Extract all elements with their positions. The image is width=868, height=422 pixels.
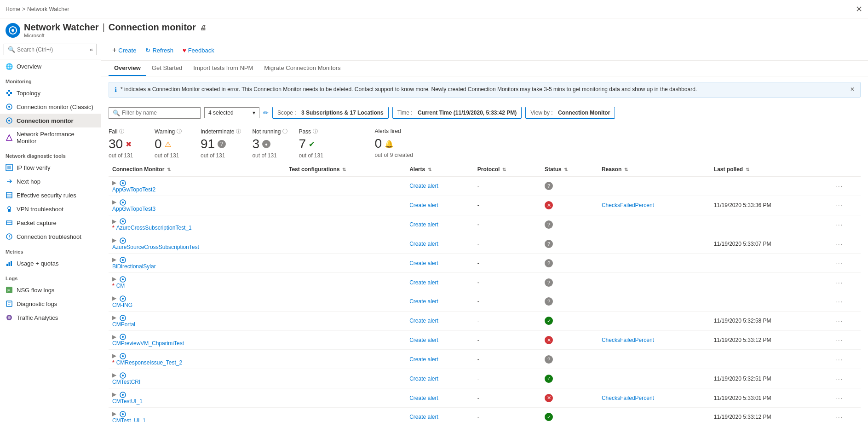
sidebar-item-vpn[interactable]: VPN troubleshoot [0,202,101,216]
edit-icon[interactable]: ✏ [263,109,269,116]
row-expand-button[interactable]: ▶ [112,179,116,186]
row-expand-button[interactable]: ▶ [112,314,116,321]
feedback-button[interactable]: ♥ Feedback [179,45,218,56]
create-alert-link[interactable]: Create alert [409,202,438,208]
more-options-button[interactable]: ··· [835,394,844,402]
tab-get-started[interactable]: Get Started [146,61,188,76]
reason-link[interactable]: ChecksFailedPercent [602,395,654,401]
more-options-button[interactable]: ··· [835,413,844,421]
reason-link[interactable]: ChecksFailedPercent [602,202,654,208]
sidebar-item-usage[interactable]: Usage + quotas [0,256,101,270]
sort-test-icon[interactable]: ⇅ [342,167,346,172]
cm-name-link[interactable]: * AzureCrossSubscriptionTest_1 [112,225,282,231]
sidebar-item-packet[interactable]: Packet capture [0,216,101,230]
more-options-button[interactable]: ··· [835,221,844,228]
row-expand-button[interactable]: ▶ [112,410,116,417]
cm-name-link[interactable]: AppGwTopoTest2 [112,186,282,193]
more-options-button[interactable]: ··· [835,356,844,363]
create-alert-link[interactable]: Create alert [409,241,438,247]
row-expand-button[interactable]: ▶ [112,237,116,243]
filter-dropdown[interactable]: 4 selected ▾ [204,107,259,118]
more-options-button[interactable]: ··· [835,336,844,344]
create-alert-link[interactable]: Create alert [409,395,438,401]
more-options-button[interactable]: ··· [835,375,844,382]
row-expand-button[interactable]: ▶ [112,391,116,398]
row-expand-button[interactable]: ▶ [112,256,116,263]
sort-protocol-icon[interactable]: ⇅ [502,167,506,172]
sidebar-item-ip-flow[interactable]: IP flow verify [0,161,101,174]
filter-input[interactable] [122,110,196,116]
more-options-button[interactable]: ··· [835,182,844,190]
sidebar-section-metrics: Metrics [0,243,101,256]
sort-name-icon[interactable]: ⇅ [167,167,171,172]
cm-name-link[interactable]: * CMResponseIssue_Test_2 [112,359,282,366]
row-expand-button[interactable]: ▶ [112,218,116,225]
cm-name-link[interactable]: BiDirectionalSylar [112,263,282,270]
viewby-button[interactable]: View by : Connection Monitor [525,107,615,119]
row-expand-button[interactable]: ▶ [112,295,116,301]
row-expand-button[interactable]: ▶ [112,334,116,340]
close-button[interactable]: ✕ [856,4,862,14]
sidebar-item-connection-monitor[interactable]: Connection monitor [0,114,101,127]
more-options-button[interactable]: ··· [835,317,844,324]
sidebar-item-security-rules[interactable]: Effective security rules [0,188,101,202]
tab-import-npm[interactable]: Import tests from NPM [188,61,259,76]
row-expand-button[interactable]: ▶ [112,276,116,282]
cm-name-link[interactable]: CMTestUI_1 [112,398,282,405]
filter-input-wrap[interactable]: 🔍 [109,107,201,119]
search-input-wrap[interactable]: 🔍 « [4,44,97,55]
sidebar-item-nsg[interactable]: F NSG flow logs [0,283,101,297]
sidebar-item-diag[interactable]: Diagnostic logs [0,297,101,311]
sidebar-item-connection-classic[interactable]: Connection monitor (Classic) [0,100,101,114]
cm-name-link[interactable]: CMTestCRI [112,379,282,385]
sort-alerts-icon[interactable]: ⇅ [428,167,431,172]
breadcrumb-home[interactable]: Home [6,6,20,12]
scope-button[interactable]: Scope : 3 Subscriptions & 17 Locations [272,107,389,119]
time-button[interactable]: Time : Current Time (11/19/2020, 5:33:42… [392,107,522,119]
search-input[interactable] [17,46,86,53]
sidebar-item-traffic[interactable]: Traffic Analytics [0,311,101,324]
sort-reason-icon[interactable]: ⇅ [624,167,628,172]
sidebar-item-next-hop[interactable]: Next hop [0,174,101,188]
row-expand-button[interactable]: ▶ [112,353,116,359]
more-options-button[interactable]: ··· [835,260,844,267]
row-expand-button[interactable]: ▶ [112,199,116,205]
more-options-button[interactable]: ··· [835,279,844,286]
collapse-button[interactable]: « [88,46,95,53]
create-alert-link[interactable]: Create alert [409,183,438,189]
print-icon[interactable]: 🖨 [200,24,206,31]
tab-overview[interactable]: Overview [109,61,146,76]
cm-name-link[interactable]: AppGwTopoTest3 [112,206,282,212]
sidebar-item-conn-troubleshoot[interactable]: Connection troubleshoot [0,230,101,243]
cm-name-link[interactable]: CM-ING [112,302,282,308]
cm-name-link[interactable]: CMTest_UI_1 [112,417,282,422]
svg-point-53 [122,375,124,376]
sidebar-item-overview[interactable]: 🌐 Overview [0,59,101,73]
more-options-button[interactable]: ··· [835,202,844,209]
cm-name-link[interactable]: * CM [112,283,282,289]
more-options-button[interactable]: ··· [835,240,844,248]
sidebar-item-npm[interactable]: Network Performance Monitor [0,127,101,148]
reason-link[interactable]: ChecksFailedPercent [602,337,654,343]
create-alert-link[interactable]: Create alert [409,337,438,343]
create-alert-link[interactable]: Create alert [409,279,438,286]
create-alert-link[interactable]: Create alert [409,221,438,228]
refresh-button[interactable]: ↻ Refresh [142,45,177,56]
create-alert-link[interactable]: Create alert [409,414,438,420]
cm-name-link[interactable]: AzureSourceCrossSubscriptionTest [112,244,282,250]
sort-status-icon[interactable]: ⇅ [564,167,568,172]
banner-close-button[interactable]: ✕ [850,86,855,92]
sort-lastpolled-icon[interactable]: ⇅ [746,167,749,172]
row-expand-button[interactable]: ▶ [112,372,116,378]
create-alert-link[interactable]: Create alert [409,318,438,324]
sidebar-item-topology[interactable]: Topology [0,86,101,100]
create-alert-link[interactable]: Create alert [409,298,438,305]
tab-migrate[interactable]: Migrate Connection Monitors [259,61,346,76]
cm-name-link[interactable]: CMPortal [112,321,282,328]
create-alert-link[interactable]: Create alert [409,356,438,363]
create-button[interactable]: + Create [109,44,140,57]
cm-name-link[interactable]: CMPreviewVM_ChparimiTest [112,340,282,347]
create-alert-link[interactable]: Create alert [409,260,438,266]
more-options-button[interactable]: ··· [835,298,844,305]
create-alert-link[interactable]: Create alert [409,376,438,382]
